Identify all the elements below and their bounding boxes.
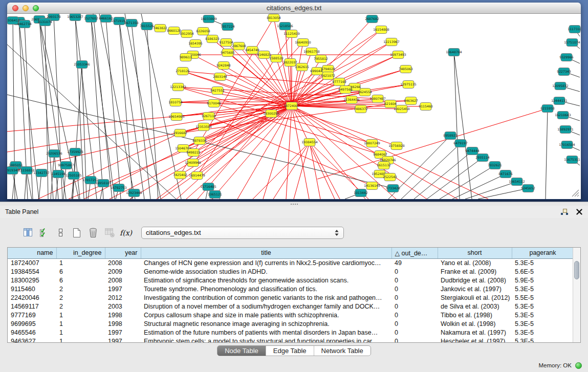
column-header-out_de[interactable]: △ out_de… — [391, 248, 438, 258]
graph-node[interactable]: 17016504 — [559, 141, 575, 149]
function-builder-button[interactable]: f(x) — [118, 226, 134, 240]
graph-node[interactable]: 9267110 — [202, 113, 216, 120]
graph-node[interactable]: 9919349 — [7, 167, 19, 174]
graph-node[interactable]: 1362615 — [295, 63, 309, 71]
graph-node[interactable]: 7425402 — [173, 171, 187, 179]
graph-node[interactable]: 8660128 — [167, 27, 181, 35]
graph-node[interactable]: 10756928 — [388, 142, 405, 150]
graph-node[interactable]: 7832621 — [488, 162, 502, 169]
memory-indicator[interactable] — [575, 362, 582, 369]
graph-node[interactable]: 5912954 — [180, 30, 194, 38]
close-panel-icon[interactable] — [576, 208, 583, 215]
close-window-button[interactable] — [12, 5, 18, 11]
table-row[interactable]: 1830029562008Estimation of significance … — [8, 276, 574, 285]
graph-node[interactable]: 12409948 — [185, 159, 201, 167]
column-header-in_degree[interactable]: in_degree — [56, 248, 105, 258]
graph-node[interactable]: 21053346 — [74, 61, 90, 69]
graph-node[interactable]: 9498222 — [186, 149, 201, 157]
column-header-short[interactable]: short — [438, 248, 512, 258]
graph-node[interactable]: 12923448 — [126, 189, 142, 197]
graph-node[interactable]: 11156818 — [18, 167, 35, 174]
float-panel-icon[interactable] — [560, 208, 569, 216]
graph-node[interactable]: 7485063 — [399, 65, 413, 73]
graph-node[interactable]: 17359928 — [67, 148, 83, 156]
column-header-title[interactable]: title — [141, 248, 391, 258]
graph-node[interactable]: 12353594 — [195, 123, 212, 131]
graph-node[interactable]: 7857224 — [221, 23, 235, 31]
graph-node[interactable]: 9242848 — [216, 62, 231, 70]
graph-node[interactable]: 10807487 — [369, 95, 386, 103]
graph-node[interactable]: 989613 — [180, 54, 192, 61]
graph-node[interactable]: 2687682 — [365, 15, 379, 23]
graph-node[interactable]: 10648784 — [446, 49, 462, 56]
graph-node[interactable]: 1013442 — [354, 189, 368, 197]
graph-node[interactable]: 6497568 — [338, 86, 353, 94]
table-row[interactable]: 969969511998Structural magnetic resonanc… — [8, 319, 574, 328]
graph-node[interactable]: 2803144 — [213, 73, 227, 81]
tab-edge-table[interactable]: Edge Table — [266, 346, 314, 356]
column-checklist-button[interactable] — [36, 226, 52, 240]
column-header-name[interactable]: name — [8, 248, 56, 258]
table-row[interactable]: 1938455462009Genome-wide association stu… — [8, 267, 574, 276]
graph-node[interactable]: 1621072 — [321, 72, 335, 80]
graph-node[interactable]: 11675311 — [564, 156, 580, 164]
graph-node[interactable]: 10973493 — [390, 51, 406, 59]
delete-table-button[interactable] — [101, 226, 118, 240]
graph-node[interactable]: 16210643 — [555, 112, 571, 119]
graph-node[interactable]: 9475685 — [221, 49, 235, 57]
graph-node[interactable]: 8186323 — [205, 35, 220, 43]
graph-node[interactable]: 9127504 — [219, 39, 233, 47]
graph-node[interactable]: 12444131 — [551, 97, 568, 105]
tab-node-table[interactable]: Node Table — [217, 346, 266, 356]
graph-node[interactable]: 1810754 — [168, 99, 183, 106]
table-row[interactable]: 1456911722003Disruption of a novel membe… — [8, 302, 574, 311]
graph-node[interactable]: 7463822 — [153, 25, 167, 32]
graph-node[interactable]: 19384554 — [301, 139, 318, 146]
graph-node[interactable]: 1916682 — [173, 129, 187, 137]
graph-node[interactable]: 16914479 — [189, 172, 205, 180]
graph-node[interactable]: 1588520 — [269, 55, 284, 62]
graph-node[interactable]: 12213967 — [383, 38, 400, 46]
table-row[interactable]: 977716911998Corpus callosum shape and si… — [8, 311, 574, 319]
graph-node[interactable]: 7955812 — [314, 55, 328, 63]
graph-node[interactable]: 9474444 — [465, 147, 480, 155]
row-height-button[interactable] — [52, 226, 69, 240]
graph-node[interactable]: 9245652 — [521, 185, 535, 192]
graph-node[interactable]: 9170046 — [207, 100, 221, 107]
graph-node[interactable]: 9777169 — [332, 78, 346, 86]
graph-node[interactable]: 15218506 — [277, 23, 293, 30]
graph-node[interactable]: 8215958 — [540, 105, 555, 113]
graph-node[interactable]: 16961758 — [303, 48, 320, 56]
tab-network-table[interactable]: Network Table — [314, 346, 371, 356]
graph-node[interactable]: 11125419 — [284, 30, 300, 38]
graph-node[interactable]: 2718126 — [176, 68, 190, 75]
graph-node[interactable]: 2935114 — [475, 154, 490, 162]
graph-node[interactable]: 1065121 — [208, 191, 222, 199]
graph-node[interactable]: 12213343 — [170, 83, 186, 91]
graph-node[interactable]: 2522543 — [383, 173, 397, 181]
delete-column-button[interactable] — [85, 226, 101, 240]
graph-node[interactable]: 9733426 — [386, 185, 400, 192]
table-scrollbar[interactable] — [573, 248, 580, 342]
graph-node[interactable]: 1117310 — [568, 26, 581, 33]
table-scrollbar-thumb[interactable] — [574, 261, 579, 279]
graph-node[interactable]: 8471676 — [498, 170, 513, 178]
graph-node[interactable]: 16958107 — [95, 180, 112, 187]
graph-node[interactable]: 8671358 — [124, 19, 139, 27]
graph-node[interactable]: 1145194 — [51, 170, 66, 178]
zoom-window-button[interactable] — [33, 5, 39, 11]
graph-node[interactable]: 9463627 — [404, 97, 418, 105]
graph-node[interactable]: 1527602 — [84, 15, 98, 23]
graph-node[interactable]: 12342737 — [33, 169, 50, 177]
graph-node[interactable]: 9115460 — [419, 103, 433, 111]
graph-node[interactable]: 16782753 — [111, 184, 127, 192]
graph-node[interactable]: 12505185 — [66, 172, 82, 180]
graph-node[interactable]: 9462734 — [17, 20, 32, 28]
graph-node[interactable]: 2867608 — [232, 42, 246, 50]
graph-node[interactable]: 8454749 — [245, 47, 259, 54]
graph-node[interactable]: 10654112 — [509, 178, 525, 186]
show-columns-button[interactable] — [19, 226, 36, 240]
resize-grip[interactable] — [572, 190, 579, 196]
graph-node[interactable]: 9227343 — [557, 68, 571, 76]
graph-node[interactable]: 7486372 — [354, 105, 368, 113]
